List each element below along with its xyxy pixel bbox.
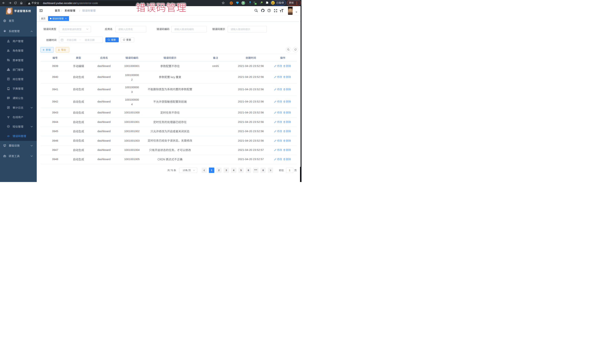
svg-text:on: on — [255, 3, 256, 4]
